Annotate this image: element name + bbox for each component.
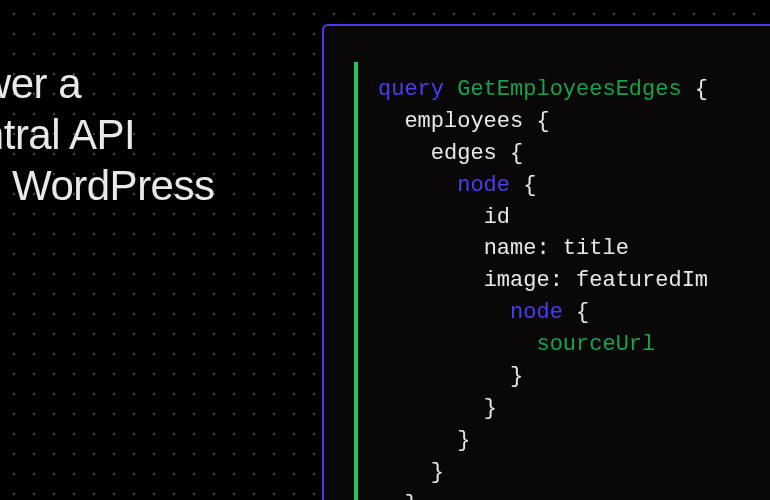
field-edges: edges — [431, 141, 497, 166]
code-block: query GetEmployeesEdges { employees { ed… — [378, 74, 708, 500]
code-editor-panel: query GetEmployeesEdges { employees { ed… — [322, 24, 770, 500]
brace: } — [484, 396, 497, 421]
brace: } — [510, 364, 523, 389]
field-name-alias: name: title — [484, 236, 629, 261]
headline-line-1: ower a — [0, 60, 81, 107]
headline-line-3: ith WordPress — [0, 162, 214, 209]
operation-name: GetEmployeesEdges — [457, 77, 681, 102]
brace: { — [536, 109, 549, 134]
field-node-inner: node — [510, 300, 563, 325]
field-node: node — [457, 173, 510, 198]
brace: { — [510, 141, 523, 166]
headline: ower a entral API ith WordPress — [0, 58, 214, 212]
editor-gutter-stripe — [354, 62, 358, 500]
brace: { — [695, 77, 708, 102]
headline-line-2: entral API — [0, 111, 135, 158]
field-id: id — [484, 205, 510, 230]
brace: } — [457, 428, 470, 453]
brace: { — [523, 173, 536, 198]
brace: } — [431, 460, 444, 485]
brace: { — [576, 300, 589, 325]
brace: } — [404, 492, 417, 500]
field-sourceurl: sourceUrl — [536, 332, 655, 357]
field-employees: employees — [404, 109, 523, 134]
field-image-alias: image: featuredIm — [484, 268, 708, 293]
keyword-query: query — [378, 77, 444, 102]
